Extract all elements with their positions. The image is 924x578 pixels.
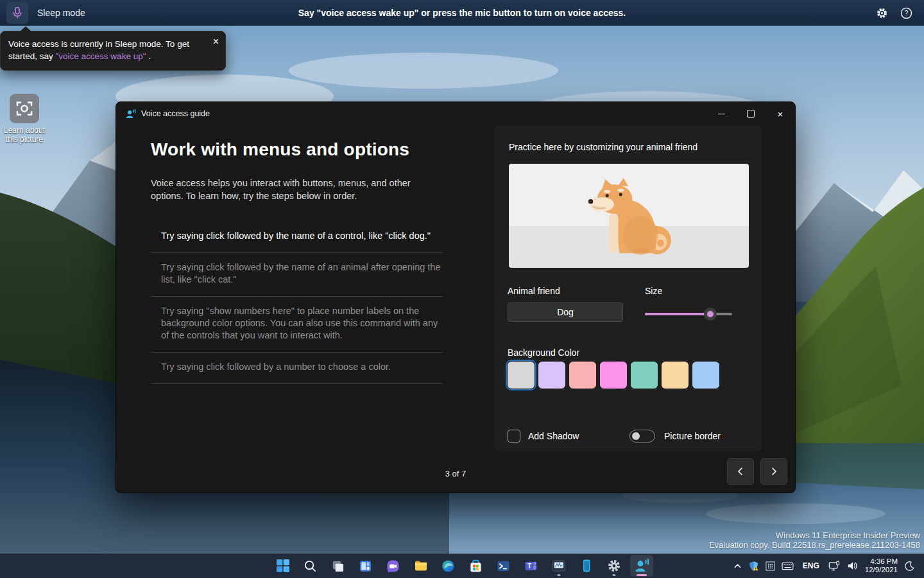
page-title: Work with menus and options — [151, 139, 459, 160]
store-button[interactable] — [465, 555, 488, 577]
evaluation-watermark: Windows 11 Enterprise Insider Preview Ev… — [709, 530, 920, 550]
help-icon: ? — [900, 7, 912, 19]
color-swatch-7[interactable] — [692, 362, 719, 389]
widgets-button[interactable] — [354, 555, 377, 577]
practice-panel: Practice here by customizing your animal… — [493, 125, 762, 451]
dog-illustration — [581, 178, 677, 260]
guide-content: Work with menus and options Voice access… — [151, 125, 459, 384]
tray-date: 12/9/2021 — [865, 566, 898, 574]
picture-border-label: Picture border — [664, 431, 721, 441]
voice-access-guide-window: Voice access guide × Work with menus and… — [116, 101, 796, 493]
size-slider[interactable] — [645, 308, 732, 320]
edge-icon — [441, 559, 455, 573]
voice-mode-label: Sleep mode — [37, 8, 85, 18]
color-swatch-2[interactable] — [538, 362, 565, 389]
voice-access-icon — [634, 558, 649, 574]
windows-start-icon — [276, 559, 290, 573]
edge-button[interactable] — [437, 555, 460, 577]
guide-steps-list: Try saying click followed by the name of… — [151, 222, 443, 384]
learn-label-line1: Learn about — [0, 126, 49, 135]
color-swatch-3[interactable] — [569, 362, 596, 389]
minimize-icon — [718, 114, 725, 114]
color-swatch-4[interactable] — [600, 362, 627, 389]
search-icon — [304, 559, 317, 573]
touch-keyboard-icon[interactable] — [782, 561, 794, 571]
watermark-line2: Evaluation copy. Build 22518.rs_prerelea… — [709, 540, 920, 550]
start-button[interactable] — [271, 555, 295, 577]
color-swatch-1[interactable] — [508, 362, 535, 389]
tooltip-wake-link[interactable]: "voice access wake up" — [56, 51, 146, 61]
maximize-icon — [747, 110, 755, 118]
guide-step: Try saying click followed by the name of… — [151, 253, 443, 297]
animal-friend-label: Animal friend — [508, 286, 560, 296]
security-shield-icon[interactable] — [748, 561, 759, 572]
guide-step: Try saying "show numbers here" to place … — [151, 297, 443, 353]
monitor-app-icon — [552, 559, 566, 573]
phone-button[interactable] — [575, 555, 598, 577]
voice-access-bar: Sleep mode Say "voice access wake up" or… — [0, 0, 924, 26]
next-page-button[interactable] — [760, 458, 787, 485]
powershell-icon — [497, 559, 510, 573]
microphone-icon — [12, 6, 23, 19]
task-view-icon — [331, 559, 345, 573]
language-indicator[interactable]: ENG — [800, 561, 822, 570]
chevron-right-icon — [769, 467, 778, 476]
maximize-button[interactable] — [736, 102, 766, 125]
animal-friend-value: Dog — [557, 307, 574, 317]
slider-thumb[interactable] — [704, 308, 717, 320]
camera-scan-icon — [16, 100, 33, 117]
guide-intro: Voice access helps you interact with but… — [151, 177, 441, 202]
svg-text:T: T — [527, 563, 532, 570]
window-titlebar[interactable]: Voice access guide × — [116, 102, 795, 125]
svg-text:?: ? — [904, 10, 908, 17]
monitor-app-button[interactable] — [547, 555, 570, 577]
voice-bar-message: Say "voice access wake up" or press the … — [0, 8, 924, 18]
phone-link-icon — [580, 559, 593, 573]
close-icon: × — [778, 109, 783, 119]
teams-icon: T — [524, 559, 538, 573]
watermark-line1: Windows 11 Enterprise Insider Preview — [709, 530, 920, 540]
slider-fill — [645, 313, 710, 315]
powershell-button[interactable] — [492, 555, 515, 577]
practice-heading: Practice here by customizing your animal… — [493, 125, 762, 152]
search-button[interactable] — [299, 555, 322, 577]
tray-time: 4:36 PM — [865, 557, 898, 566]
settings-gear-icon — [607, 559, 621, 573]
previous-page-button[interactable] — [727, 458, 754, 485]
animal-friend-dropdown[interactable]: Dog — [508, 302, 623, 322]
color-swatch-5[interactable] — [631, 362, 658, 389]
mic-button[interactable] — [6, 2, 28, 24]
learn-about-picture-icon[interactable]: Learn about this picture — [0, 94, 49, 144]
guide-step: Try saying click followed by the name of… — [151, 222, 443, 253]
voice-access-taskbar-button[interactable] — [630, 555, 653, 577]
toggle-knob — [632, 432, 640, 440]
volume-icon[interactable] — [847, 561, 859, 571]
tooltip-close-icon[interactable]: × — [213, 37, 219, 47]
teams-button[interactable]: T — [520, 555, 543, 577]
tray-chevron-up-icon[interactable] — [733, 562, 742, 570]
chevron-left-icon — [736, 467, 745, 476]
grid-icon[interactable] — [766, 561, 775, 571]
focus-moon-icon[interactable] — [904, 561, 915, 572]
network-icon[interactable] — [828, 561, 841, 572]
voice-access-tooltip: Voice access is currently in Sleep mode.… — [0, 31, 226, 71]
task-view-button[interactable] — [327, 555, 350, 577]
guide-step: Try saying click followed by a number to… — [151, 353, 443, 384]
minimize-button[interactable] — [706, 102, 736, 125]
color-swatch-6[interactable] — [662, 362, 689, 389]
chat-button[interactable] — [382, 555, 405, 577]
close-button[interactable]: × — [766, 102, 795, 125]
tooltip-text-end: . — [146, 51, 151, 61]
settings-button[interactable] — [603, 555, 626, 577]
add-shadow-checkbox[interactable] — [508, 430, 520, 442]
chat-icon — [386, 559, 400, 573]
clock[interactable]: 4:36 PM 12/9/2021 — [865, 557, 898, 574]
voice-help-button[interactable]: ? — [898, 5, 914, 21]
color-swatch-row — [508, 362, 719, 389]
taskbar: T — [0, 554, 924, 578]
file-explorer-button[interactable] — [409, 555, 432, 577]
picture-border-toggle[interactable] — [629, 430, 655, 442]
page-indicator: 3 of 7 — [116, 469, 795, 478]
voice-settings-button[interactable] — [874, 5, 889, 21]
file-explorer-icon — [414, 559, 428, 573]
